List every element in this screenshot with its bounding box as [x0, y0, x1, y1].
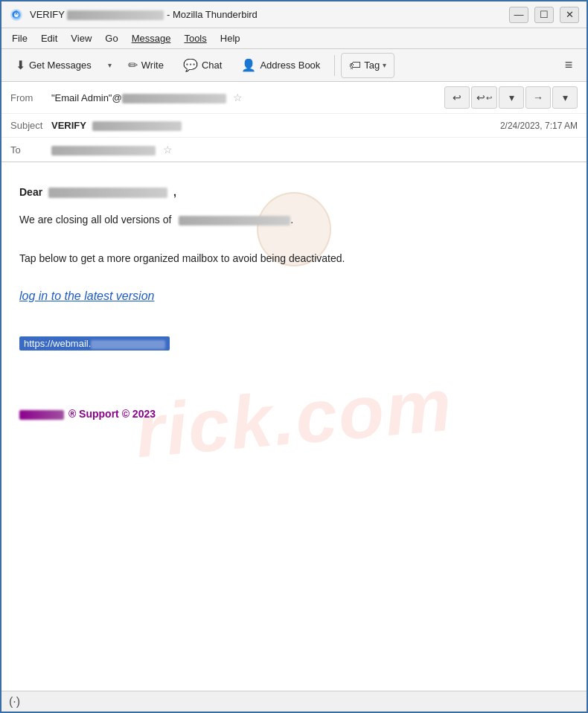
tag-chevron-icon: ▾: [383, 61, 386, 69]
email-paragraph-2: Tap below to get a more organized mailbo…: [19, 251, 569, 266]
from-label: From: [10, 92, 51, 103]
email-greeting: Dear ,: [19, 185, 569, 200]
reply-buttons: ↩ ↩↩ ▾ → ▾: [444, 86, 578, 109]
hamburger-icon: ≡: [565, 57, 573, 73]
email-paragraph-1: We are closing all old versions of .: [19, 212, 569, 228]
email-body: rick.com Dear , We are closing all old v…: [1, 162, 587, 691]
get-messages-button[interactable]: ⬇ Get Messages: [7, 53, 100, 78]
tag-button[interactable]: 🏷 Tag ▾: [341, 53, 394, 78]
from-star-icon[interactable]: ☆: [233, 92, 243, 103]
address-book-button[interactable]: 👤 Address Book: [233, 53, 328, 78]
url-highlight[interactable]: https://webmail.: [19, 336, 569, 373]
to-label: To: [10, 144, 51, 156]
subject-row: Subject VERIFY 2/24/2023, 7:17 AM: [1, 114, 587, 138]
connection-status-icon: (·): [9, 695, 20, 709]
subject-value: VERIFY: [51, 120, 500, 131]
to-row: To ☆: [1, 138, 587, 162]
menu-go[interactable]: Go: [99, 31, 124, 46]
forward-button[interactable]: →: [525, 86, 551, 109]
subject-label: Subject: [10, 120, 51, 131]
to-star-icon[interactable]: ☆: [163, 144, 173, 156]
email-body-content: Dear , We are closing all old versions o…: [19, 185, 569, 422]
reply-button[interactable]: ↩: [444, 86, 470, 109]
app-window: VERIFY - Mozilla Thunderbird — ☐ ✕ File …: [0, 0, 588, 713]
minimize-button[interactable]: —: [509, 7, 528, 23]
menu-message[interactable]: Message: [126, 31, 177, 46]
title-bar-text: VERIFY - Mozilla Thunderbird: [30, 9, 509, 20]
write-button[interactable]: ✏ Write: [120, 53, 172, 78]
tag-icon: 🏷: [349, 59, 361, 72]
reply-all-button[interactable]: ↩↩: [471, 86, 497, 109]
menu-file[interactable]: File: [6, 31, 33, 46]
login-link[interactable]: log in to the latest version: [19, 290, 569, 303]
menu-view[interactable]: View: [65, 31, 98, 46]
get-messages-dropdown[interactable]: ▾: [103, 53, 117, 78]
thunderbird-logo: [9, 7, 24, 22]
from-value: "Email Admin"@ ☆: [51, 92, 444, 103]
close-button[interactable]: ✕: [560, 7, 579, 23]
support-line: ® Support © 2023: [19, 406, 569, 422]
email-date: 2/24/2023, 7:17 AM: [500, 121, 578, 131]
title-bar: VERIFY - Mozilla Thunderbird — ☐ ✕: [1, 1, 587, 28]
menu-bar: File Edit View Go Message Tools Help: [1, 28, 587, 49]
forward-dropdown[interactable]: ▾: [552, 86, 578, 109]
get-messages-icon: ⬇: [16, 58, 25, 72]
toolbar: ⬇ Get Messages ▾ ✏ Write 💬 Chat 👤 Addres…: [1, 49, 587, 82]
maximize-button[interactable]: ☐: [534, 7, 554, 23]
hamburger-menu-button[interactable]: ≡: [557, 53, 581, 78]
window-controls: — ☐ ✕: [509, 7, 579, 23]
to-value: ☆: [51, 144, 578, 156]
chat-button[interactable]: 💬 Chat: [175, 53, 230, 78]
menu-help[interactable]: Help: [214, 31, 246, 46]
address-book-icon: 👤: [241, 58, 256, 72]
menu-edit[interactable]: Edit: [35, 31, 63, 46]
write-icon: ✏: [128, 58, 138, 72]
menu-tools[interactable]: Tools: [178, 31, 212, 46]
toolbar-divider: [334, 55, 335, 76]
email-header: From "Email Admin"@ ☆ ↩ ↩↩ ▾ → ▾ Subject…: [1, 82, 587, 162]
status-bar: (·): [1, 691, 587, 712]
chevron-down-icon: ▾: [108, 61, 112, 69]
url-display: https://webmail.: [19, 336, 170, 351]
from-row: From "Email Admin"@ ☆ ↩ ↩↩ ▾ → ▾: [1, 82, 587, 114]
chat-icon: 💬: [183, 58, 198, 72]
reply-dropdown[interactable]: ▾: [499, 86, 524, 109]
